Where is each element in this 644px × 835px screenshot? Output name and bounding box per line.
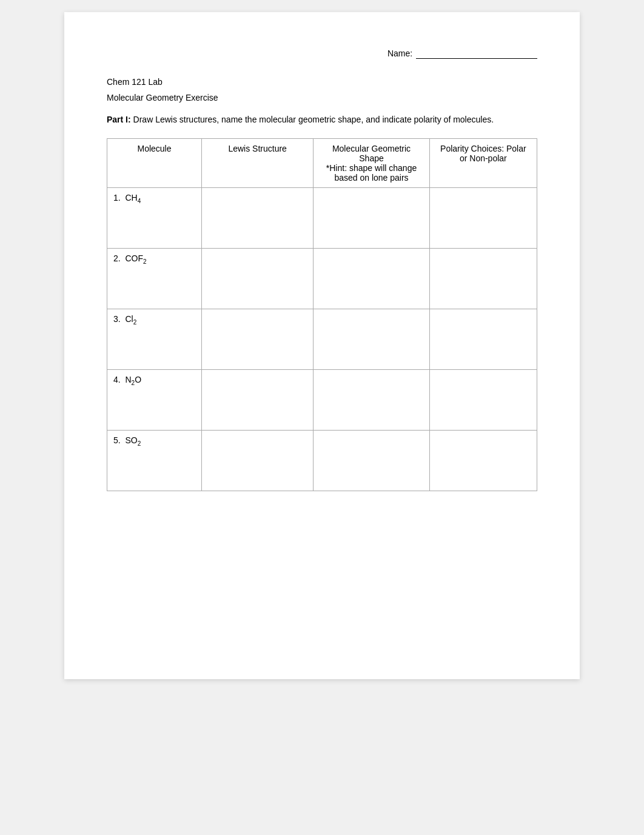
header-molecule: Molecule [107, 139, 202, 188]
lewis-cell-5 [201, 431, 313, 491]
lewis-cell-1 [201, 188, 313, 249]
lewis-cell-3 [201, 309, 313, 370]
page: Name: Chem 121 Lab Molecular Geometry Ex… [64, 12, 580, 679]
molecule-cell-5: 5. SO2 [107, 431, 202, 491]
molecule-cell-3: 3. Cl2 [107, 309, 202, 370]
molecule-cell-4: 4. N2O [107, 370, 202, 431]
lewis-cell-4 [201, 370, 313, 431]
geo-cell-2 [314, 249, 429, 309]
name-field-area: Name: [107, 49, 537, 59]
table-row: 3. Cl2 [107, 309, 537, 370]
molecule-number-5: 5. SO2 [113, 435, 141, 445]
polarity-cell-1 [429, 188, 537, 249]
lewis-cell-2 [201, 249, 313, 309]
header-geo-hint: *Hint: shape will change based on lone p… [326, 163, 417, 183]
molecules-table: Molecule Lewis Structure Molecular Geome… [107, 138, 537, 491]
geo-cell-5 [314, 431, 429, 491]
geo-cell-3 [314, 309, 429, 370]
molecule-number-4: 4. N2O [113, 375, 141, 384]
molecule-number-3: 3. Cl2 [113, 314, 136, 324]
course-title: Chem 121 Lab [107, 77, 537, 87]
geo-cell-1 [314, 188, 429, 249]
header-polarity: Polarity Choices: Polar or Non-polar [429, 139, 537, 188]
table-row: 2. COF2 [107, 249, 537, 309]
table-row: 4. N2O [107, 370, 537, 431]
molecule-cell-2: 2. COF2 [107, 249, 202, 309]
molecule-number-2: 2. COF2 [113, 253, 147, 263]
part-text: Draw Lewis structures, name the molecula… [131, 115, 494, 124]
polarity-cell-4 [429, 370, 537, 431]
name-underline [416, 49, 537, 59]
header-lewis: Lewis Structure [201, 139, 313, 188]
name-label: Name: [387, 49, 412, 58]
polarity-cell-5 [429, 431, 537, 491]
part-instructions: Part I: Draw Lewis structures, name the … [107, 113, 537, 126]
geo-cell-4 [314, 370, 429, 431]
polarity-cell-3 [429, 309, 537, 370]
part-label: Part I: [107, 115, 131, 124]
molecule-cell-1: 1. CH4 [107, 188, 202, 249]
polarity-cell-2 [429, 249, 537, 309]
molecule-number-1: 1. CH4 [113, 193, 141, 203]
header-geo: Molecular Geometric Shape *Hint: shape w… [314, 139, 429, 188]
table-row: 1. CH4 [107, 188, 537, 249]
exercise-title: Molecular Geometry Exercise [107, 93, 537, 102]
table-row: 5. SO2 [107, 431, 537, 491]
